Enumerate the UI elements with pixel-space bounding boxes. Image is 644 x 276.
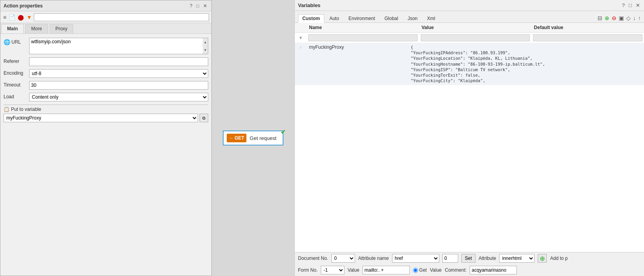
- expand-button[interactable]: □: [195, 3, 200, 9]
- bottom-row-2: Form No. -1 Value Get Value Comment:: [298, 266, 641, 274]
- tab-icons: ⊟ ⊕ ⊖ ▣ ◇ ↓ ↑: [598, 15, 641, 22]
- encoding-label: Encoding: [4, 69, 29, 76]
- put-variable-row: myFuckingProxy ⧉: [4, 114, 208, 122]
- comment-label: Comment:: [445, 267, 466, 273]
- close-button[interactable]: ✕: [202, 3, 208, 9]
- panel-content: 🌐 URL ▲ ▼ Referer Encoding utf-8 utf-16 …: [0, 34, 211, 276]
- encoding-select[interactable]: utf-8 utf-16 iso-8859-1: [29, 69, 208, 78]
- row-arrow: ↓: [295, 43, 307, 85]
- get-radio-label: Get: [413, 267, 427, 273]
- variables-header-icons: ? □ ✕: [621, 2, 641, 9]
- url-scroll-down[interactable]: ▼: [203, 46, 208, 54]
- remove-tab-icon[interactable]: ⊖: [612, 15, 616, 21]
- value-input-bottom[interactable]: [363, 266, 410, 274]
- get-badge: ← GET: [227, 134, 247, 142]
- tab-main[interactable]: Main: [1, 24, 24, 33]
- put-variable-label: 📋 Put to variable: [4, 107, 208, 112]
- tab-xml[interactable]: Xml: [423, 14, 440, 22]
- set-button[interactable]: Set: [461, 254, 476, 263]
- variables-close-button[interactable]: ✕: [635, 2, 641, 9]
- help-button[interactable]: ?: [189, 3, 194, 9]
- filter-row: ▼: [295, 33, 644, 43]
- load-select[interactable]: Content only Full page Headers only: [29, 93, 208, 101]
- attribute-number-input[interactable]: [442, 254, 458, 263]
- tab-json[interactable]: Json: [403, 14, 422, 22]
- panel-header-icons: ? □ ✕: [189, 3, 208, 9]
- col-header-value: Value: [419, 24, 532, 31]
- default-filter-input[interactable]: [533, 34, 642, 41]
- url-scroll-buttons: ▲ ▼: [203, 38, 208, 54]
- put-variable-select[interactable]: myFuckingProxy: [4, 114, 198, 122]
- globe-icon: 🌐: [4, 39, 10, 45]
- value-filter-cell: [419, 33, 532, 42]
- load-label: Load: [4, 93, 29, 99]
- row-name: myFuckingProxy: [309, 44, 344, 50]
- comment-input[interactable]: [470, 266, 517, 274]
- duplicate-tab-icon[interactable]: ▣: [619, 15, 624, 21]
- variables-tabs: Custom Auto Environment Global Json Xml …: [295, 11, 644, 23]
- down-tab-icon[interactable]: ↓: [633, 15, 636, 21]
- col-header-arrow: [295, 24, 307, 31]
- panel-header: Action properties ? □ ✕: [0, 0, 211, 11]
- record-icon-button[interactable]: ⬤: [17, 14, 24, 21]
- referer-input[interactable]: [29, 57, 208, 66]
- url-input[interactable]: [29, 38, 208, 54]
- add-to-label: Add to p: [550, 256, 568, 261]
- variables-table: Name Value Default value ▼ ↓ myFuckingPr…: [295, 23, 644, 252]
- variables-help-button[interactable]: ?: [621, 2, 625, 9]
- get-arrow-icon: ←: [229, 135, 234, 141]
- action-properties-panel: Action properties ? □ ✕ ≡ 📄 ⬤ ▼ Main Mor…: [0, 0, 212, 276]
- get-request-block[interactable]: ← GET Get request ✔: [223, 131, 284, 145]
- put-icon: 📋: [4, 107, 9, 112]
- row-value-cell: { "YourFuckingIPAddress": "86.100.93.199…: [403, 43, 547, 85]
- value-filter-input[interactable]: [421, 34, 530, 41]
- tab-environment[interactable]: Environment: [344, 14, 379, 22]
- tab-more[interactable]: More: [25, 24, 48, 33]
- checkmark-icon: ✔: [281, 128, 286, 136]
- form-no-select[interactable]: -1: [321, 266, 344, 274]
- get-radio[interactable]: [413, 268, 418, 273]
- attribute-name-select[interactable]: href: [392, 254, 439, 263]
- url-textarea-wrapper: ▲ ▼: [29, 38, 208, 54]
- copy-variable-button[interactable]: ⧉: [200, 114, 208, 122]
- load-field-row: Load Content only Full page Headers only: [4, 93, 208, 101]
- variables-panel: Variables ? □ ✕ Custom Auto Environment …: [294, 0, 644, 276]
- tab-auto[interactable]: Auto: [325, 14, 344, 22]
- attribute-type-select[interactable]: innerhtml: [499, 254, 535, 263]
- middle-area: ← GET Get request ✔: [212, 0, 294, 276]
- toolbar-row: ≡ 📄 ⬤ ▼: [0, 11, 211, 23]
- doc-icon-button[interactable]: 📄: [8, 14, 16, 21]
- bottom-row-1: Document No. 0 Attribute name href Set A…: [298, 254, 641, 263]
- table-header-row: Name Value Default value: [295, 23, 644, 33]
- filter-tab-icon[interactable]: ⊟: [598, 15, 602, 21]
- document-no-select[interactable]: 0: [331, 254, 355, 263]
- search-input[interactable]: [34, 13, 209, 21]
- variables-expand-button[interactable]: □: [628, 2, 633, 9]
- name-filter-input[interactable]: [308, 34, 418, 41]
- url-field-row: 🌐 URL ▲ ▼: [4, 38, 208, 54]
- timeout-label: Timeout: [4, 81, 29, 88]
- eraser-tab-icon[interactable]: ◇: [626, 15, 631, 21]
- up-tab-icon[interactable]: ↑: [638, 15, 641, 21]
- timeout-input[interactable]: [29, 81, 208, 90]
- get-request-label: Get request: [250, 135, 276, 141]
- tab-proxy[interactable]: Proxy: [50, 24, 74, 33]
- variables-header: Variables ? □ ✕: [295, 0, 644, 11]
- add-green-bottom-icon[interactable]: ⊕: [538, 254, 547, 263]
- bottom-bar: Document No. 0 Attribute name href Set A…: [295, 252, 644, 276]
- timeout-field-row: Timeout: [4, 81, 208, 90]
- arrow-icon-button[interactable]: ▼: [26, 14, 32, 21]
- list-icon-button[interactable]: ≡: [3, 14, 7, 21]
- value-label-bottom: Value: [348, 267, 359, 273]
- tab-global[interactable]: Global: [380, 14, 403, 22]
- attribute-label: Attribute: [479, 256, 496, 261]
- referer-label: Referer: [4, 57, 29, 64]
- url-label: 🌐 URL: [4, 38, 29, 45]
- url-scroll-up[interactable]: ▲: [203, 38, 208, 46]
- filter-row-icon: ▼: [295, 33, 307, 42]
- add-tab-icon[interactable]: ⊕: [605, 15, 609, 21]
- tab-custom[interactable]: Custom: [298, 14, 324, 23]
- row-name-cell: myFuckingProxy: [307, 43, 403, 85]
- col-header-default: Default value: [531, 24, 644, 31]
- referer-field-row: Referer: [4, 57, 208, 66]
